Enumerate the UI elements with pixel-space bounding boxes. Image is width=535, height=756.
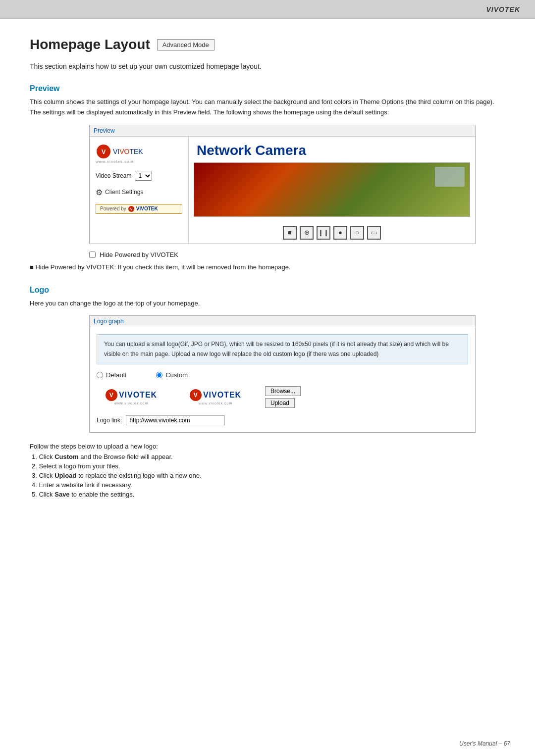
- logo-link-label: Logo link:: [97, 417, 122, 424]
- preview-controls: ■ ⊕ ❙❙ ● ○ ▭: [189, 222, 475, 244]
- brand-name: VIVOTEK: [113, 148, 143, 155]
- preview-logo-row: V VIVOTEK: [96, 144, 143, 159]
- radio-default-label: Default: [106, 371, 126, 379]
- main-content: Homepage Layout Advanced Mode This secti…: [0, 19, 535, 530]
- logo-graph-label: Logo graph: [90, 316, 475, 327]
- default-logo-text: VIVOTEK: [119, 391, 157, 400]
- logo-graph-inner: You can upload a small logo(Gif, JPG or …: [90, 327, 475, 432]
- preview-video-stream: Video Stream 1 2: [96, 171, 182, 181]
- step-2: 2. Select a logo from your files.: [30, 462, 505, 470]
- intro-text: This section explains how to set up your…: [30, 62, 505, 70]
- radio-default-input[interactable]: [97, 372, 103, 378]
- logo-link-input[interactable]: [126, 415, 225, 425]
- ctrl-btn-snapshot[interactable]: ▭: [367, 226, 381, 240]
- custom-logo-text: VIVOTEK: [203, 391, 241, 400]
- header-bar: VIVOTEK: [0, 0, 535, 19]
- radio-default: Default: [97, 371, 126, 379]
- preview-video-thumbnail: [194, 162, 470, 217]
- ctrl-btn-zoom[interactable]: ⊕: [300, 226, 314, 240]
- steps-section: Follow the steps below to upload a new l…: [30, 443, 505, 498]
- custom-logo-icon: V: [190, 389, 202, 401]
- page-wrapper: VIVOTEK Homepage Layout Advanced Mode Th…: [0, 0, 535, 756]
- preview-box-label: Preview: [90, 125, 475, 137]
- step-5: 5. Click Save to enable the settings.: [30, 491, 505, 498]
- video-stream-label: Video Stream: [96, 172, 132, 179]
- preview-logo: V VIVOTEK www.vivotek.com: [96, 144, 182, 164]
- hide-powered-checkbox[interactable]: [89, 252, 96, 258]
- preview-right-col: Network Camera ■ ⊕ ❙❙ ● ○ ▭: [189, 137, 475, 244]
- radio-custom: Custom: [156, 371, 188, 379]
- hide-checkbox-row: Hide Powered by VIVOTEK: [89, 251, 505, 258]
- default-logo-main: V VIVOTEK: [106, 389, 157, 401]
- custom-logo: V VIVOTEK www.vivotek.com: [190, 389, 241, 405]
- client-settings-label: Client Settings: [105, 189, 143, 196]
- network-camera-title: Network Camera: [189, 137, 475, 162]
- footer-bar: User's Manual – 67: [459, 740, 510, 747]
- svg-text:V: V: [102, 148, 106, 155]
- ctrl-btn-stop[interactable]: ■: [283, 226, 297, 240]
- ctrl-btn-record[interactable]: ●: [333, 226, 347, 240]
- upload-button[interactable]: Upload: [265, 398, 295, 408]
- default-logo-icon: V: [106, 389, 117, 401]
- preview-left-col: V VIVOTEK www.vivotek.com Video Stream 1: [90, 137, 189, 244]
- default-logo-box: V VIVOTEK www.vivotek.com: [97, 385, 166, 409]
- browse-button[interactable]: Browse...: [265, 386, 301, 396]
- page-title-row: Homepage Layout Advanced Mode: [30, 37, 505, 52]
- steps-intro: Follow the steps below to upload a new l…: [30, 443, 505, 450]
- gear-icon: ⚙: [96, 188, 103, 197]
- hide-note: ■ Hide Powered by VIVOTEK: If you check …: [30, 263, 505, 271]
- powered-by-text: Powered by: [100, 206, 126, 211]
- custom-logo-url: www.vivotek.com: [199, 402, 233, 405]
- preview-client-settings: ⚙ Client Settings: [96, 188, 182, 197]
- footer-label: User's Manual – 67: [459, 740, 510, 747]
- custom-logo-main: V VIVOTEK: [190, 389, 241, 401]
- default-logo: V VIVOTEK www.vivotek.com: [106, 389, 157, 405]
- radio-custom-label: Custom: [165, 371, 188, 379]
- preview-inner: V VIVOTEK www.vivotek.com Video Stream 1: [90, 137, 475, 244]
- svg-text:V: V: [130, 207, 132, 211]
- logo-description: Here you can change the logo at the top …: [30, 299, 505, 309]
- header-brand: VIVOTEK: [486, 5, 520, 13]
- brand-url: www.vivotek.com: [96, 159, 133, 164]
- mode-badge: Advanced Mode: [157, 39, 214, 50]
- page-title: Homepage Layout: [30, 37, 150, 52]
- radio-custom-input[interactable]: [156, 372, 162, 378]
- logo-heading: Logo: [30, 286, 505, 295]
- logo-info-box: You can upload a small logo(Gif, JPG or …: [97, 334, 468, 364]
- powered-logo-icon: V: [128, 205, 135, 212]
- powered-brand-text: VIVOTEK: [136, 206, 158, 211]
- ctrl-btn-pause[interactable]: ❙❙: [317, 226, 330, 240]
- logo-preview-row: V VIVOTEK www.vivotek.com V VIVOTEK: [97, 385, 468, 409]
- ctrl-btn-circle[interactable]: ○: [350, 226, 364, 240]
- step-4: 4. Enter a website link if necessary.: [30, 481, 505, 489]
- video-overlay: [435, 167, 465, 187]
- logo-link-row: Logo link:: [97, 415, 468, 425]
- logo-graph-box: Logo graph You can upload a small logo(G…: [89, 315, 476, 432]
- hide-checkbox-label: Hide Powered by VIVOTEK: [100, 251, 178, 258]
- preview-heading: Preview: [30, 84, 505, 93]
- default-logo-url: www.vivotek.com: [114, 402, 149, 405]
- browse-upload-col: Browse... Upload: [265, 386, 301, 408]
- video-stream-select[interactable]: 1 2: [135, 171, 152, 181]
- preview-description: This column shows the settings of your h…: [30, 97, 505, 118]
- vivotek-logo-icon: V: [96, 144, 111, 159]
- powered-by-badge: Powered by V VIVOTEK: [96, 204, 182, 214]
- step-1: 1. Click Custom and the Browse field wil…: [30, 453, 505, 460]
- custom-logo-box: V VIVOTEK www.vivotek.com: [181, 385, 250, 409]
- step-3: 3. Click Upload to replace the existing …: [30, 472, 505, 479]
- preview-box: Preview V VIVOTEK: [89, 125, 476, 244]
- logo-radio-row: Default Custom: [97, 371, 468, 379]
